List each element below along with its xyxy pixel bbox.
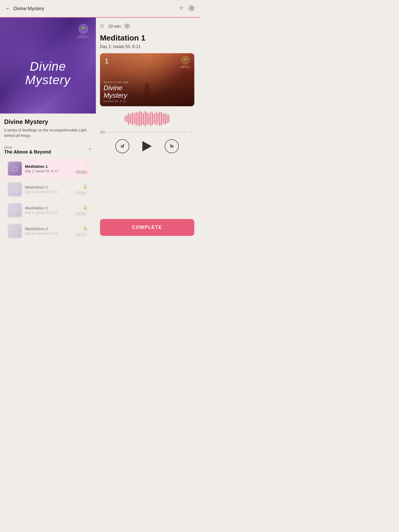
lock-icon: 🔒: [82, 183, 88, 189]
waveform-bar: [152, 112, 153, 125]
meditation-thumbnail: ▢: [8, 182, 22, 196]
meditation-info: Meditation 4Day 4: Isaiah 55: 8-11: [25, 227, 71, 235]
waveform-bar: [165, 113, 166, 125]
waveform-bar: [145, 111, 146, 126]
meditation-name: Meditation 4: [25, 227, 71, 231]
week-label: Week: [4, 146, 51, 149]
player-thumbnail: 1 🌳 DAILY BREADTH MEDITATION ONE Divine …: [100, 53, 194, 106]
waveform-bar: [147, 112, 148, 125]
cover-title: Divine Mystery: [25, 60, 71, 87]
waveform-bar: [159, 111, 160, 126]
waveform-bar: [125, 116, 126, 121]
waveform-bar: [130, 114, 131, 123]
play-triangle: [142, 141, 152, 151]
meditation-name: Meditation 1: [25, 164, 71, 169]
waveform-bar: [163, 114, 164, 124]
thumb-number: 1: [105, 57, 109, 65]
meditation-thumbnail: ▢: [8, 162, 22, 176]
thumb-title: Divine Mystery: [104, 84, 129, 99]
waveform-bar: [134, 114, 135, 124]
cover-logo: 🌳 DAILY BREADTH: [78, 24, 89, 38]
waveform-bar: [128, 113, 129, 125]
thumb-text: MEDITATION ONE Divine Mystery ISAIAH 55:…: [104, 81, 129, 103]
share-icon[interactable]: Ⓡ: [189, 5, 194, 12]
waveform-bar: [168, 115, 169, 122]
thumb-label: MEDITATION ONE: [104, 81, 129, 84]
week-info: Week The Above & Beyond: [4, 146, 51, 155]
meditation-sub: Day 4: Isaiah 55: 8-11: [25, 231, 71, 235]
forward-button[interactable]: ↻ 15: [165, 139, 179, 153]
progress-track[interactable]: [100, 132, 186, 133]
waveform-bar: [137, 112, 138, 125]
progress-thumb: [102, 130, 105, 134]
forward-seconds-label: 15: [170, 145, 173, 148]
meditation-right: 🔒20 min: [75, 183, 88, 195]
meditation-info: Meditation 3Day 3: Isaiah 55: 8-11: [25, 206, 71, 215]
meditation-info: Meditation 1Day 1: Isaiah 55: 8-11: [25, 164, 71, 173]
person-silhouette: [142, 83, 152, 101]
header-right: ☆ Ⓡ: [179, 5, 194, 12]
meditation-right: 🔒20 min: [75, 204, 88, 216]
back-button[interactable]: ←: [5, 5, 11, 12]
meditation-item[interactable]: ▢Meditation 2Day 2: Isaiah 55: 8-11🔒20 m…: [4, 179, 92, 200]
bookmark-icon[interactable]: ☆: [179, 5, 184, 12]
favorite-icon[interactable]: ☆: [84, 163, 88, 168]
meditation-name: Meditation 3: [25, 206, 71, 210]
controls-row: ↺ 15 ↻ 15: [100, 139, 194, 153]
left-column: 🌳 DAILY BREADTH Divine Mystery Divine My…: [0, 18, 96, 241]
meditation-item[interactable]: ▢Meditation 4Day 4: Isaiah 55: 8-11🔒20 m…: [4, 221, 92, 241]
play-button[interactable]: [142, 141, 152, 151]
meditation-item[interactable]: ▢Meditation 1Day 1: Isaiah 55: 8-11☆20 m…: [4, 158, 92, 179]
right-column: ⏲ 20 min Ⓡ Meditation 1 Day 1: Isaiah 55…: [96, 18, 200, 241]
meditation-title: Meditation 1: [100, 34, 194, 42]
waveform-bar: [161, 112, 162, 125]
week-header: Week The Above & Beyond ⌃: [4, 146, 92, 155]
meditation-thumbnail: ▢: [8, 224, 22, 238]
waveform-bar: [136, 112, 137, 126]
duration-badge: 20 min: [75, 232, 88, 237]
clock-icon: ⏲: [100, 24, 105, 29]
complete-button[interactable]: COMPLETE: [100, 219, 194, 236]
meditation-right: ☆20 min: [75, 163, 88, 175]
duration-badge: 20 min: [75, 211, 88, 216]
meditation-subtitle: Day 1: Isaiah 55: 8-11: [100, 44, 194, 49]
waveform-bar: [132, 112, 133, 125]
meditation-sub: Day 3: Isaiah 55: 8-11: [25, 211, 71, 215]
meditation-sub: Day 2: Isaiah 55: 8-11: [25, 190, 71, 194]
collapse-week-button[interactable]: ⌃: [88, 147, 92, 153]
svg-point-0: [145, 83, 149, 87]
meditation-thumbnail: ▢: [8, 203, 22, 217]
duration-text: 20 min: [108, 24, 121, 29]
waveform-bar: [156, 112, 157, 125]
rewind-button[interactable]: ↺ 15: [115, 139, 129, 153]
meditation-sub: Day 1: Isaiah 55: 8-11: [25, 169, 71, 173]
waveform: [100, 111, 194, 127]
header-title: Divine Mystery: [14, 6, 44, 11]
meditation-item[interactable]: ▢Meditation 3Day 3: Isaiah 55: 8-11🔒20 m…: [4, 200, 92, 220]
meditation-list: ▢Meditation 1Day 1: Isaiah 55: 8-11☆20 m…: [4, 158, 92, 241]
meta-row: ⏲ 20 min Ⓡ: [100, 23, 194, 30]
cover-logo-circle: 🌳: [79, 24, 88, 34]
header-left: ← Divine Mystery: [5, 5, 44, 12]
week-section: Week The Above & Beyond ⌃ ▢Meditation 1D…: [0, 142, 96, 241]
progress-row: --:--: [100, 130, 194, 134]
waveform-bar: [127, 115, 128, 123]
duration-badge: 20 min: [75, 191, 88, 195]
time-remaining: --:--: [189, 130, 194, 134]
header: ← Divine Mystery ☆ Ⓡ: [0, 0, 200, 18]
rewind-seconds-label: 15: [121, 145, 124, 148]
meditation-info: Meditation 2Day 2: Isaiah 55: 8-11: [25, 185, 71, 194]
waveform-bar: [157, 113, 158, 124]
main-content: 🌳 DAILY BREADTH Divine Mystery Divine My…: [0, 18, 200, 241]
share-icon-small[interactable]: Ⓡ: [124, 23, 130, 30]
lock-icon: 🔒: [82, 225, 88, 231]
thumb-logo: 🌳 DAILY BREADTH: [180, 56, 191, 68]
waveform-bar: [139, 111, 140, 127]
waveform-bar: [154, 114, 155, 124]
waveform-bar: [167, 114, 168, 123]
waveform-bar: [141, 112, 142, 125]
series-title: Divine Mystery: [4, 118, 92, 125]
series-description: A series of dwellings on the incomprehen…: [4, 128, 92, 138]
thumb-verse: ISAIAH 55: 8-11: [104, 100, 129, 103]
week-title: The Above & Beyond: [4, 149, 51, 155]
